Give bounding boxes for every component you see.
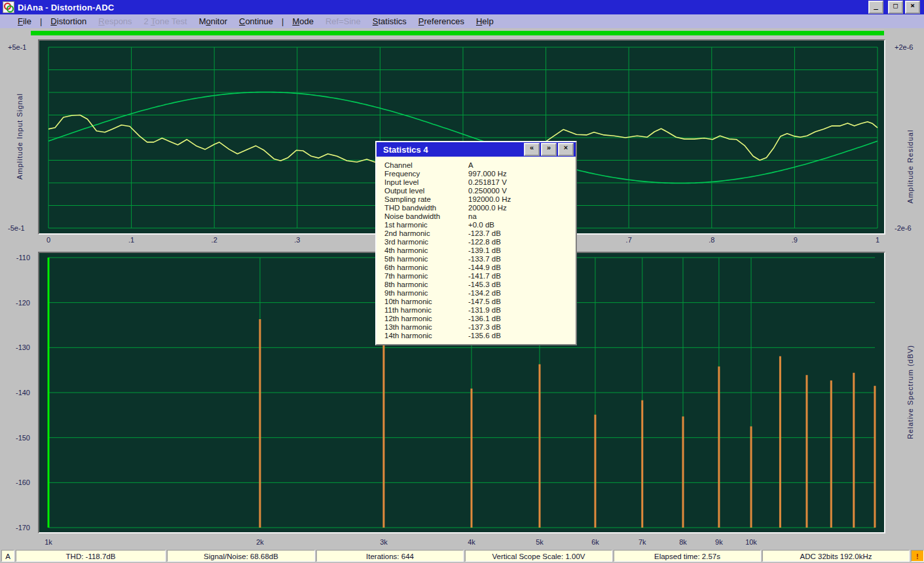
scope-right-bottom-tick: -2e-6 bbox=[895, 224, 912, 232]
stat-label: 6th harmonic bbox=[384, 263, 468, 272]
minimize-button[interactable]: _ bbox=[868, 1, 883, 14]
stat-value: -134.2 dB bbox=[468, 289, 501, 298]
stat-row-2nd-harmonic: 2nd harmonic-123.7 dB bbox=[384, 229, 576, 238]
stat-label: Sampling rate bbox=[384, 195, 468, 204]
menu-item-respons: Respons bbox=[92, 15, 138, 28]
stat-value: 0.251817 V bbox=[468, 178, 507, 187]
menu-item-monitor[interactable]: Monitor bbox=[193, 15, 233, 28]
stat-value: na bbox=[468, 212, 477, 221]
menu-separator: | bbox=[37, 15, 45, 28]
scope-x-tick: .1 bbox=[128, 236, 134, 244]
statistics-popup-body: ChannelAFrequency997.000 HzInput level0.… bbox=[377, 157, 576, 344]
status-cell-1: THD: -118.7dB bbox=[16, 550, 166, 562]
stat-row-1st-harmonic: 1st harmonic+0.0 dB bbox=[384, 221, 576, 229]
scope-x-tick: .3 bbox=[294, 236, 300, 244]
status-alert-indicator: ! bbox=[911, 550, 924, 562]
stat-label: Input level bbox=[384, 178, 468, 187]
scope-x-tick: 1 bbox=[876, 236, 879, 244]
progress-strip bbox=[0, 28, 924, 38]
stat-row-sampling-rate: Sampling rate192000.0 Hz bbox=[384, 195, 576, 204]
stat-value: -136.1 dB bbox=[468, 315, 501, 323]
stat-row-12th-harmonic: 12th harmonic-136.1 dB bbox=[384, 315, 576, 323]
stat-row-14th-harmonic: 14th harmonic-135.6 dB bbox=[384, 332, 576, 340]
stat-value: -122.8 dB bbox=[468, 238, 501, 246]
stat-value: -141.7 dB bbox=[468, 272, 501, 281]
spectrum-y-tick: -170 bbox=[9, 524, 30, 532]
spectrum-x-tick: 8k bbox=[679, 538, 687, 546]
popup-next-button[interactable]: » bbox=[541, 143, 557, 156]
spectrum-y-tick: -140 bbox=[9, 389, 30, 397]
menu-item-distortion[interactable]: Distortion bbox=[45, 15, 92, 28]
spectrum-x-tick: 7k bbox=[638, 538, 646, 546]
status-cell-3: Iterations: 644 bbox=[316, 550, 464, 562]
stat-row-8th-harmonic: 8th harmonic-145.3 dB bbox=[384, 281, 576, 289]
progress-bar bbox=[31, 31, 884, 35]
stat-label: Noise bandwidth bbox=[384, 212, 468, 221]
spectrum-x-tick: 1k bbox=[45, 538, 52, 546]
menu-item-file[interactable]: File bbox=[12, 15, 37, 28]
close-button[interactable]: × bbox=[905, 1, 920, 14]
stat-row-9th-harmonic: 9th harmonic-134.2 dB bbox=[384, 289, 576, 298]
popup-prev-button[interactable]: « bbox=[524, 143, 540, 156]
maximize-button[interactable]: □ bbox=[888, 1, 903, 14]
stat-label: 12th harmonic bbox=[384, 315, 468, 323]
scope-left-bottom-tick: -5e-1 bbox=[8, 224, 25, 232]
menu-item-preferences[interactable]: Preferences bbox=[413, 15, 470, 28]
stat-label: 4th harmonic bbox=[384, 246, 468, 255]
stat-value: -139.1 dB bbox=[468, 246, 501, 255]
spectrum-x-tick: 5k bbox=[536, 538, 544, 546]
status-cell-6: ADC 32bits 192.0kHz bbox=[762, 550, 910, 562]
stat-row-6th-harmonic: 6th harmonic-144.9 dB bbox=[384, 263, 576, 272]
stat-label: 3rd harmonic bbox=[384, 238, 468, 246]
title-bar: DiAna - Distortion-ADC _ □ × bbox=[0, 0, 924, 14]
stat-label: Channel bbox=[384, 161, 468, 170]
window-title: DiAna - Distortion-ADC bbox=[18, 3, 114, 12]
stat-label: 11th harmonic bbox=[384, 306, 468, 315]
stat-row-noise-bandwidth: Noise bandwidthna bbox=[384, 212, 576, 221]
stat-value: -147.5 dB bbox=[468, 298, 501, 306]
menu-item-ref-sine: Ref=Sine bbox=[320, 15, 367, 28]
stat-value: -133.7 dB bbox=[468, 255, 501, 263]
status-cell-0: A bbox=[1, 550, 14, 562]
stat-value: 0.250000 V bbox=[468, 187, 507, 195]
scope-left-axis-label: Amplitude Input Signal bbox=[16, 90, 24, 182]
status-cell-2: Signal/Noise: 68.68dB bbox=[167, 550, 315, 562]
menu-separator: | bbox=[279, 15, 286, 28]
popup-close-button[interactable]: × bbox=[558, 143, 574, 156]
menu-item-statistics[interactable]: Statistics bbox=[367, 15, 413, 28]
spectrum-y-tick: -160 bbox=[9, 478, 30, 486]
stat-label: 10th harmonic bbox=[384, 298, 468, 306]
stat-value: -131.9 dB bbox=[468, 306, 501, 315]
menu-item-mode[interactable]: Mode bbox=[286, 15, 320, 28]
stat-label: 1st harmonic bbox=[384, 221, 468, 229]
stat-row-frequency: Frequency997.000 Hz bbox=[384, 170, 576, 178]
spectrum-x-tick: 6k bbox=[591, 538, 599, 546]
stat-value: 997.000 Hz bbox=[468, 170, 507, 178]
stat-value: +0.0 dB bbox=[468, 221, 494, 229]
menu-item-2-tone-test: 2 Tone Test bbox=[138, 15, 193, 28]
scope-right-top-tick: +2e-6 bbox=[895, 43, 913, 51]
status-cell-5: Elapsed time: 2.57s bbox=[614, 550, 761, 562]
menu-item-help[interactable]: Help bbox=[470, 15, 500, 28]
menu-item-continue[interactable]: Continue bbox=[233, 15, 279, 28]
stat-value: -135.6 dB bbox=[468, 332, 501, 340]
statistics-popup-titlebar[interactable]: Statistics 4 « » × bbox=[377, 142, 576, 157]
stat-value: -137.3 dB bbox=[468, 323, 501, 332]
scope-x-tick: .9 bbox=[792, 236, 798, 244]
spectrum-x-tick: 3k bbox=[380, 538, 388, 546]
scope-x-tick: .2 bbox=[212, 236, 217, 244]
spectrum-right-axis-label: Relative Spectrum (dBV) bbox=[906, 334, 914, 450]
scope-x-tick: .7 bbox=[626, 236, 632, 244]
statistics-popup-title: Statistics 4 bbox=[383, 145, 428, 155]
stat-label: 5th harmonic bbox=[384, 255, 468, 263]
stat-label: 13th harmonic bbox=[384, 323, 468, 332]
scope-x-tick: 0 bbox=[46, 236, 50, 244]
stat-row-5th-harmonic: 5th harmonic-133.7 dB bbox=[384, 255, 576, 263]
spectrum-x-tick: 2k bbox=[256, 538, 264, 546]
stat-row-3rd-harmonic: 3rd harmonic-122.8 dB bbox=[384, 238, 576, 246]
stat-label: Frequency bbox=[384, 170, 468, 178]
scope-x-tick: .8 bbox=[709, 236, 714, 244]
stat-label: Output level bbox=[384, 187, 468, 195]
spectrum-x-tick: 10k bbox=[745, 538, 757, 546]
stat-value: 192000.0 Hz bbox=[468, 195, 511, 204]
